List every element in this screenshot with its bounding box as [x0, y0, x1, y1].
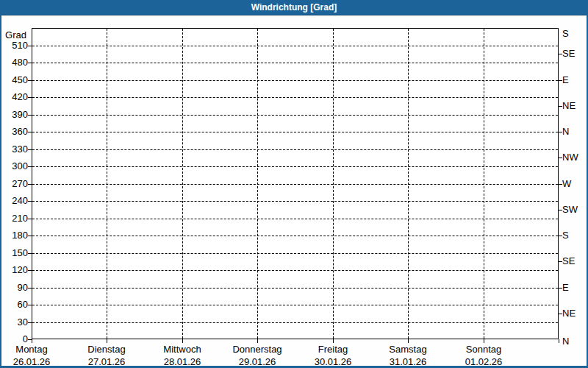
- gridline-horizontal: [32, 166, 558, 167]
- y-axis-left-label: 450: [1, 74, 28, 86]
- x-axis-tick: [559, 339, 559, 343]
- y-axis-left-label: 240: [1, 195, 28, 207]
- x-axis-tick: [182, 339, 183, 343]
- y-axis-left-label: 360: [1, 126, 28, 138]
- y-axis-left-label: 30: [1, 316, 28, 328]
- gridline-horizontal: [32, 201, 558, 202]
- gridline-horizontal: [32, 236, 558, 236]
- x-axis-weekday-label: Sonntag: [436, 344, 531, 355]
- y-axis-right-label: E: [562, 282, 587, 294]
- gridline-horizontal: [32, 149, 558, 150]
- y-axis-left-tick: [28, 288, 32, 289]
- gridline-vertical: [484, 29, 484, 339]
- y-axis-unit-label: Grad: [1, 29, 26, 41]
- y-axis-right-label: N: [562, 126, 587, 138]
- y-axis-left-tick: [28, 184, 32, 185]
- gridline-vertical: [107, 29, 107, 339]
- gridline-horizontal: [32, 63, 558, 63]
- gridline-vertical: [333, 29, 334, 339]
- y-axis-right-label: W: [562, 178, 587, 190]
- y-axis-left-label: 420: [1, 91, 28, 103]
- y-axis-right-label: S: [562, 230, 587, 241]
- y-axis-left-label: 330: [1, 144, 28, 155]
- gridline-vertical: [182, 29, 183, 339]
- y-axis-left-tick: [28, 253, 32, 254]
- y-axis-left-tick: [28, 201, 32, 202]
- gridline-horizontal: [32, 97, 558, 98]
- gridline-horizontal: [32, 322, 558, 323]
- y-axis-left-label: 270: [1, 178, 28, 190]
- gridline-horizontal: [32, 288, 558, 289]
- y-axis-right-label: S: [562, 28, 587, 40]
- gridline-horizontal: [32, 305, 558, 305]
- chart-annotations: 0306090120150180210240270300330360390420…: [1, 0, 587, 366]
- y-axis-left-tick: [28, 46, 32, 46]
- y-axis-left-tick: [28, 270, 32, 271]
- y-axis-left-tick: [28, 63, 32, 63]
- y-axis-left-tick: [28, 305, 32, 305]
- y-axis-right-label: NE: [562, 100, 587, 112]
- gridline-horizontal: [32, 46, 558, 46]
- x-axis-tick: [107, 339, 107, 343]
- y-axis-right-label: E: [562, 74, 587, 86]
- chart-window: Windrichtung [Grad] 03060901201501802102…: [0, 0, 588, 368]
- y-axis-right-label: SW: [562, 204, 587, 216]
- y-axis-left-tick: [28, 115, 32, 116]
- gridline-vertical: [257, 29, 258, 339]
- gridline-horizontal: [32, 253, 558, 254]
- y-axis-left-tick: [28, 149, 32, 150]
- gridline-horizontal: [32, 219, 558, 219]
- x-axis-tick: [484, 339, 484, 343]
- gridline-horizontal: [32, 184, 558, 185]
- gridline-horizontal: [32, 270, 558, 271]
- y-axis-left-label: 480: [1, 57, 28, 68]
- y-axis-left-label: 300: [1, 160, 28, 172]
- y-axis-left-label: 390: [1, 109, 28, 121]
- x-axis-tick: [408, 339, 409, 343]
- y-axis-left-tick: [28, 219, 32, 219]
- y-axis-left-label: 150: [1, 247, 28, 259]
- y-axis-left-label: 120: [1, 264, 28, 276]
- x-axis-tick: [257, 339, 258, 343]
- gridline-horizontal: [32, 132, 558, 132]
- x-axis-tick: [333, 339, 334, 343]
- y-axis-left-tick: [28, 166, 32, 167]
- y-axis-right-label: NE: [562, 308, 587, 319]
- y-axis-left-label: 510: [1, 40, 28, 52]
- y-axis-left-tick: [28, 322, 32, 323]
- y-axis-left-label: 210: [1, 213, 28, 224]
- gridline-horizontal: [32, 80, 558, 81]
- y-axis-right-label: N: [562, 336, 587, 347]
- gridline-horizontal: [32, 115, 558, 116]
- y-axis-left-tick: [28, 132, 32, 132]
- x-axis-date-label: 01.02.26: [436, 356, 531, 367]
- gridline-vertical: [408, 29, 409, 339]
- y-axis-right-label: SE: [562, 48, 587, 60]
- y-axis-left-tick: [28, 97, 32, 98]
- y-axis-left-label: 60: [1, 299, 28, 311]
- y-axis-right-label: NW: [562, 152, 587, 163]
- y-axis-left-tick: [28, 236, 32, 236]
- y-axis-left-tick: [28, 80, 32, 81]
- x-axis-tick: [32, 339, 32, 343]
- y-axis-left-label: 90: [1, 282, 28, 294]
- y-axis-right-label: SE: [562, 255, 587, 267]
- y-axis-left-label: 180: [1, 230, 28, 241]
